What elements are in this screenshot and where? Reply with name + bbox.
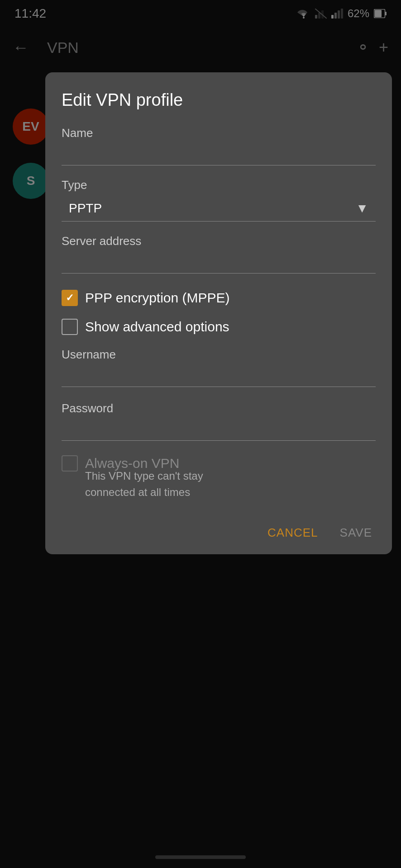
server-address-label: Server address	[62, 234, 376, 248]
show-advanced-label: Show advanced options	[85, 319, 229, 335]
server-address-section: Server address	[62, 234, 376, 286]
name-label: Name	[62, 126, 376, 140]
password-input[interactable]	[62, 419, 376, 441]
cancel-button[interactable]: CANCEL	[267, 526, 318, 540]
name-input[interactable]	[62, 144, 376, 165]
name-field-section: Name	[62, 126, 376, 178]
ppp-encryption-label: PPP encryption (MPPE)	[85, 290, 230, 306]
type-label: Type	[62, 178, 376, 192]
always-on-section: Always-on VPN This VPN type can't stayco…	[62, 455, 376, 500]
username-label: Username	[62, 348, 376, 362]
password-label: Password	[62, 401, 376, 415]
dropdown-arrow-icon: ▼	[356, 201, 368, 216]
always-on-checkbox[interactable]	[62, 455, 78, 472]
ppp-encryption-checkbox[interactable]	[62, 290, 78, 306]
dialog-title: Edit VPN profile	[62, 90, 376, 110]
edit-vpn-dialog: Edit VPN profile Name Type PPTP ▼ Server…	[45, 72, 392, 554]
username-section: Username	[62, 348, 376, 400]
show-advanced-checkbox[interactable]	[62, 319, 78, 335]
dialog-buttons: CANCEL SAVE	[62, 513, 376, 554]
type-divider	[62, 221, 376, 222]
show-advanced-row[interactable]: Show advanced options	[62, 319, 376, 335]
username-input[interactable]	[62, 365, 376, 387]
server-address-input[interactable]	[62, 252, 376, 274]
save-button[interactable]: SAVE	[340, 526, 372, 540]
always-on-description: This VPN type can't stayconnected at all…	[85, 468, 376, 500]
ppp-encryption-row[interactable]: PPP encryption (MPPE)	[62, 290, 376, 306]
type-value: PPTP	[69, 201, 102, 216]
type-dropdown[interactable]: PPTP ▼	[62, 196, 376, 221]
type-section: Type PPTP ▼	[62, 178, 376, 222]
password-section: Password	[62, 401, 376, 453]
